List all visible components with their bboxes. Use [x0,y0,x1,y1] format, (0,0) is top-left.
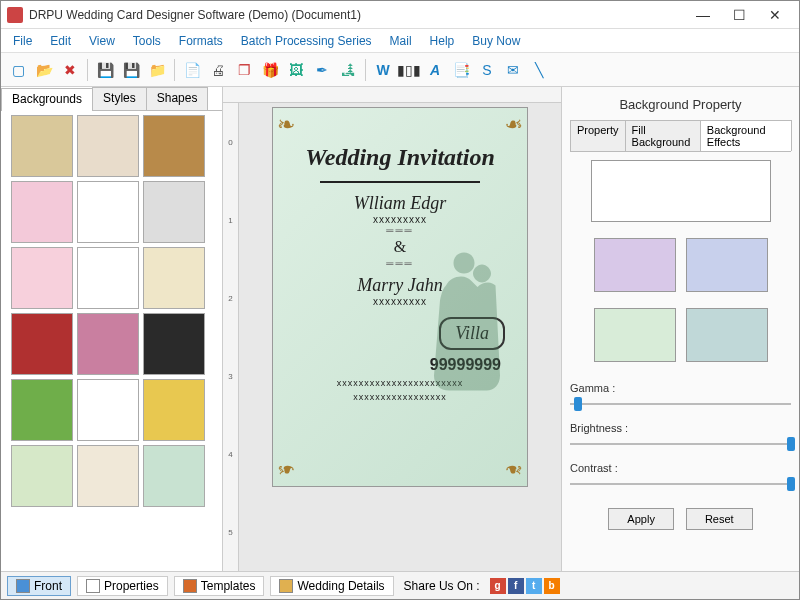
background-thumbnail[interactable] [77,115,139,177]
pen-icon[interactable]: ✒ [311,59,333,81]
blogger-icon[interactable]: b [544,578,560,594]
gamma-label: Gamma : [570,382,791,394]
background-thumbnail[interactable] [143,181,205,243]
tab-shapes[interactable]: Shapes [146,87,209,110]
background-thumbnail[interactable] [143,313,205,375]
open-icon[interactable]: 📂 [33,59,55,81]
brightness-slider[interactable] [570,436,791,450]
contrast-label: Contrast : [570,462,791,474]
decoration: ═══ [386,258,413,269]
background-thumbnail[interactable] [143,445,205,507]
twitter-icon[interactable]: t [526,578,542,594]
background-thumbnail[interactable] [11,181,73,243]
googleplus-icon[interactable]: g [490,578,506,594]
barcode-icon[interactable]: ▮▯▮ [398,59,420,81]
sig-icon[interactable]: S [476,59,498,81]
card-title[interactable]: Wedding Invitation [305,144,495,171]
gift-icon[interactable]: 🎁 [259,59,281,81]
insert-icon[interactable]: 📑 [450,59,472,81]
background-thumbnail[interactable] [11,247,73,309]
toolbar: ▢ 📂 ✖ 💾 💾 📁 📄 🖨 ❐ 🎁 🖼 ✒ 🏞 W ▮▯▮ A 📑 S ✉ … [1,53,799,87]
line-icon[interactable]: ╲ [528,59,550,81]
app-window: DRPU Wedding Card Designer Software (Dem… [0,0,800,600]
page-icon[interactable]: 📄 [181,59,203,81]
backgrounds-grid[interactable] [1,111,222,571]
main-body: Backgrounds Styles Shapes 012345 ❧ ❧ ❧ ❧ [1,87,799,571]
reset-button[interactable]: Reset [686,508,753,530]
share-icons: g f t b [490,578,560,594]
export-icon[interactable]: 📁 [146,59,168,81]
image-icon[interactable]: 🖼 [285,59,307,81]
ornament-icon: ❧ [505,456,523,482]
separator [365,59,366,81]
menu-buynow[interactable]: Buy Now [464,32,528,50]
effect-swatch[interactable] [594,238,676,292]
mail-icon[interactable]: ✉ [502,59,524,81]
text-icon[interactable]: A [424,59,446,81]
tab-background-effects[interactable]: Background Effects [700,120,792,151]
background-thumbnail[interactable] [143,115,205,177]
gamma-slider[interactable] [570,396,791,410]
left-panel: Backgrounds Styles Shapes [1,87,223,571]
close-button[interactable]: ✕ [757,3,793,27]
background-thumbnail[interactable] [11,313,73,375]
background-thumbnail[interactable] [143,247,205,309]
bottom-tab-wedding-details[interactable]: Wedding Details [270,576,393,596]
ornament-icon: ❧ [277,112,295,138]
background-thumbnail[interactable] [143,379,205,441]
bottom-bar: Front Properties Templates Wedding Detai… [1,571,799,599]
effect-swatch[interactable] [594,308,676,362]
save-icon[interactable]: 💾 [94,59,116,81]
menu-file[interactable]: File [5,32,40,50]
bottom-tab-templates[interactable]: Templates [174,576,265,596]
background-thumbnail[interactable] [77,181,139,243]
groom-name[interactable]: Wlliam Edgr [354,193,447,214]
wordart-icon[interactable]: W [372,59,394,81]
placeholder-text[interactable]: xxxxxxxxx [373,214,427,225]
menu-view[interactable]: View [81,32,123,50]
menu-tools[interactable]: Tools [125,32,169,50]
picture-icon[interactable]: 🏞 [337,59,359,81]
background-thumbnail[interactable] [11,379,73,441]
minimize-button[interactable]: — [685,3,721,27]
effect-swatch[interactable] [686,308,768,362]
background-thumbnail[interactable] [77,379,139,441]
panel-heading: Background Property [570,97,791,112]
maximize-button[interactable]: ☐ [721,3,757,27]
copy-icon[interactable]: ❐ [233,59,255,81]
effect-swatch[interactable] [686,238,768,292]
background-thumbnail[interactable] [77,247,139,309]
background-thumbnail[interactable] [11,445,73,507]
canvas-viewport[interactable]: ❧ ❧ ❧ ❧ Wedding Invitation Wlliam Edgr x… [239,103,561,571]
menubar: File Edit View Tools Formats Batch Proce… [1,29,799,53]
decoration: ═══ [386,225,413,236]
contrast-slider[interactable] [570,476,791,490]
ornament-icon: ❧ [277,456,295,482]
apply-button[interactable]: Apply [608,508,674,530]
save-all-icon[interactable]: 💾 [120,59,142,81]
menu-edit[interactable]: Edit [42,32,79,50]
wedding-card[interactable]: ❧ ❧ ❧ ❧ Wedding Invitation Wlliam Edgr x… [272,107,528,487]
effect-preview [591,160,771,222]
print-icon[interactable]: 🖨 [207,59,229,81]
tab-styles[interactable]: Styles [92,87,147,110]
close-file-icon[interactable]: ✖ [59,59,81,81]
menu-help[interactable]: Help [422,32,463,50]
window-title: DRPU Wedding Card Designer Software (Dem… [29,8,685,22]
bottom-tab-front[interactable]: Front [7,576,71,596]
new-icon[interactable]: ▢ [7,59,29,81]
facebook-icon[interactable]: f [508,578,524,594]
horizontal-ruler [223,87,561,103]
ampersand: & [394,238,406,256]
menu-batch[interactable]: Batch Processing Series [233,32,380,50]
background-thumbnail[interactable] [11,115,73,177]
property-tabs: Property Fill Background Background Effe… [570,120,791,152]
background-thumbnail[interactable] [77,445,139,507]
background-thumbnail[interactable] [77,313,139,375]
tab-fill-background[interactable]: Fill Background [625,120,701,151]
bottom-tab-properties[interactable]: Properties [77,576,168,596]
menu-mail[interactable]: Mail [382,32,420,50]
menu-formats[interactable]: Formats [171,32,231,50]
tab-backgrounds[interactable]: Backgrounds [1,88,93,111]
tab-property[interactable]: Property [570,120,626,151]
